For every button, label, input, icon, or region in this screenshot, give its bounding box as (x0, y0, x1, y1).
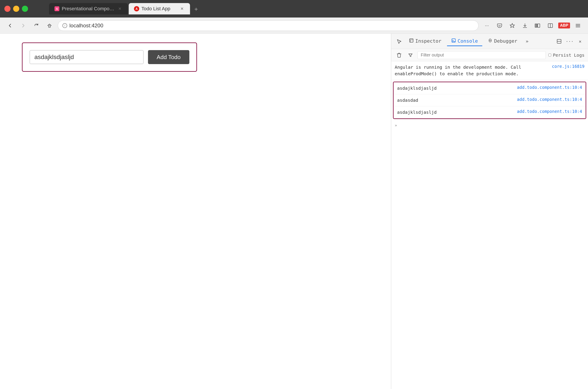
devtools-toolbar: Inspector Console (391, 34, 588, 49)
menu-button[interactable] (573, 21, 583, 31)
back-button[interactable] (5, 21, 15, 31)
inspector-tab-label: Inspector (415, 38, 441, 44)
angular-info-line1: Angular is running in the development mo… (395, 64, 548, 70)
tabs-bar: S Presentational Component - A... ✕ A To… (32, 3, 584, 14)
devtools-settings-button[interactable]: ··· (565, 37, 574, 46)
back-icon (8, 23, 12, 28)
console-output: Angular is running in the development mo… (391, 61, 588, 389)
devtools-panel: Inspector Console (391, 34, 588, 389)
forward-button[interactable] (18, 21, 28, 31)
console-prompt[interactable]: » (391, 121, 588, 130)
star-icon (510, 23, 515, 28)
todo-app: Add Todo (22, 42, 197, 72)
home-icon (47, 23, 52, 28)
devtools-tab-console[interactable]: Console (447, 36, 482, 46)
angular-info-entry: Angular is running in the development mo… (391, 61, 588, 80)
console-icon (451, 38, 456, 43)
sidebar-button[interactable] (546, 21, 555, 31)
angular-info-message: Angular is running in the development mo… (395, 64, 548, 77)
log-text-2: asdajklsdjasljd (397, 110, 437, 115)
add-todo-button[interactable]: Add Todo (148, 50, 189, 64)
refresh-button[interactable] (32, 21, 41, 31)
tab-todo-label: Todo List App (141, 6, 177, 12)
console-log-entry-0: asdajklsdjasljd add.todo.component.ts:10… (394, 82, 586, 94)
devtools-tab-inspector[interactable]: Inspector (405, 36, 446, 46)
inspector-tab-icon (409, 38, 414, 43)
home-button[interactable] (45, 21, 54, 31)
todo-input-section: Add Todo (22, 42, 197, 72)
abp-button[interactable]: ABP (558, 23, 570, 29)
dock-icon (557, 39, 561, 44)
svg-marker-1 (510, 23, 515, 28)
security-icon: i (62, 23, 67, 28)
log-text-0: asdajklsdjasljd (397, 86, 437, 91)
persist-logs-checkbox[interactable] (548, 54, 551, 57)
library-button[interactable] (533, 21, 543, 31)
console-toolbar: Persist Logs (391, 49, 588, 61)
log-source-0[interactable]: add.todo.component.ts:10:4 (517, 85, 582, 90)
console-log-entry-2: asdajklsdjasljd add.todo.component.ts:10… (394, 106, 586, 118)
tab-storybook-close[interactable]: ✕ (117, 6, 123, 12)
clear-console-button[interactable] (395, 51, 403, 60)
persist-logs-label: Persist Logs (553, 53, 585, 58)
devtools-dock-button[interactable] (555, 37, 563, 46)
angular-icon: A (134, 6, 139, 11)
address-bar[interactable]: i localhost:4200 (58, 20, 479, 31)
svg-rect-18 (557, 39, 561, 41)
refresh-icon (34, 23, 39, 28)
downloads-icon (522, 23, 528, 28)
console-tab-icon (451, 38, 456, 43)
angular-info-source[interactable]: core.js:16819 (552, 64, 585, 69)
console-log-entry-1: asdasdad add.todo.component.ts:10:4 (394, 94, 586, 106)
angular-info-line2: enableProdMode() to enable the productio… (395, 70, 548, 77)
prompt-icon: » (395, 123, 397, 128)
forward-icon (21, 23, 26, 28)
content-area: Add Todo (0, 34, 588, 389)
bookmark-button[interactable] (507, 21, 517, 31)
page-content: Add Todo (0, 34, 391, 389)
highlighted-log-section: asdajklsdjasljd add.todo.component.ts:10… (393, 82, 586, 119)
svg-rect-3 (535, 24, 536, 27)
debugger-tab-label: Debugger (494, 38, 517, 44)
maximize-window-button[interactable] (22, 6, 28, 12)
filter-icon (408, 53, 413, 57)
todo-input[interactable] (30, 50, 144, 64)
nav-bar: i localhost:4200 ··· (0, 18, 588, 34)
hamburger-icon (575, 23, 581, 28)
minimize-window-button[interactable] (13, 6, 19, 12)
debugger-icon (488, 38, 492, 43)
devtools-inspector-icon-btn[interactable] (395, 37, 403, 46)
tab-storybook-label: Presentational Component - A... (62, 6, 115, 12)
traffic-lights (4, 6, 28, 12)
browser-nav-right: ··· (482, 21, 583, 31)
storybook-icon: S (54, 6, 60, 11)
console-tab-label: Console (457, 38, 478, 44)
browser-window: S Presentational Component - A... ✕ A To… (0, 0, 588, 389)
devtools-tab-debugger[interactable]: Debugger (484, 36, 522, 46)
debugger-tab-icon (488, 38, 492, 43)
tab-storybook[interactable]: S Presentational Component - A... ✕ (49, 3, 128, 14)
more-tools-button[interactable]: ··· (482, 21, 492, 31)
devtools-close-button[interactable]: ✕ (576, 37, 585, 46)
library-icon (535, 23, 541, 28)
devtools-more-button[interactable]: » (523, 38, 531, 44)
pocket-icon (497, 23, 502, 28)
log-source-1[interactable]: add.todo.component.ts:10:4 (517, 97, 582, 102)
close-window-button[interactable] (4, 6, 10, 12)
trash-icon (397, 53, 401, 58)
tab-todo-close[interactable]: ✕ (179, 6, 185, 12)
tab-todo[interactable]: A Todo List App ✕ (129, 3, 190, 14)
log-message-0: asdajklsdjasljd (397, 85, 514, 92)
svg-rect-4 (536, 24, 537, 27)
inspector-icon (409, 38, 414, 43)
log-text-1: asdasdad (397, 97, 418, 103)
console-filter-input[interactable] (417, 51, 546, 59)
filter-icon-btn[interactable] (406, 51, 415, 60)
log-source-2[interactable]: add.todo.component.ts:10:4 (517, 109, 582, 114)
pocket-button[interactable] (495, 21, 504, 31)
cursor-icon (396, 39, 402, 44)
downloads-button[interactable] (520, 21, 530, 31)
new-tab-button[interactable]: + (191, 4, 201, 14)
split-view-icon (548, 23, 553, 28)
svg-rect-5 (538, 24, 540, 27)
